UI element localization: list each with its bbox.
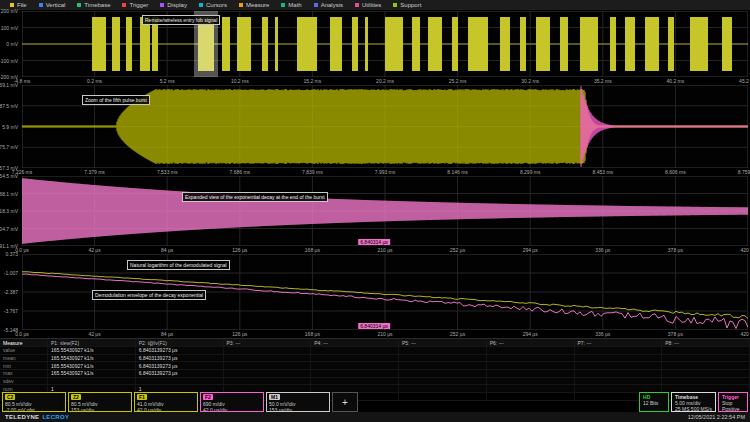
grid-fob-signal: 200 mV100 mV0 mV-100 mV-200 mV Remote/wi… [0,11,750,85]
measure-row-label: max [0,370,48,377]
trace-descriptor-f2[interactable]: F2690 m/div42.0 µs/div [200,392,264,412]
x-axis-label: 210 µs [377,247,392,253]
x-axis-label: 252 µs [450,331,465,337]
measure-value [662,370,750,377]
y-axis-label: 87.5 mV [0,103,18,109]
menu-item-label: Utilities [362,2,381,8]
y-axis-labels: 0.373-1.007-2.387-3.767-5.148 [0,254,20,330]
trace-id: Z2 [71,394,81,400]
y-axis-label: 0.373 [5,251,18,257]
analysis-menu-icon [314,3,318,7]
x-axis-label: 168 µs [305,331,320,337]
measure-value [311,355,399,362]
measure-value [662,355,750,362]
trace-descriptor-f1[interactable]: F141.0 mV/div42.0 µs/div [134,392,198,412]
x-axis-label: 0.2 ms [87,78,102,84]
y-axis-label: -104.7 mV [0,226,18,232]
annotation-callout: Remote/wireless entry fob signal [142,15,220,25]
x-axis-strip: -4.8 ms0.2 ms5.2 ms10.2 ms15.2 ms20.2 ms… [22,77,748,85]
menu-item-cursors[interactable]: Cursors [193,0,233,10]
measure-value [224,355,312,362]
measure-value: 6.8403139273 µs [136,347,224,354]
file-menu-icon [10,3,14,7]
x-axis-label: 8.453 ms [593,169,614,175]
x-axis-label: 0.0 µs [15,331,29,337]
add-trace-button[interactable]: + [332,392,358,412]
y-axis-label: 200 mV [1,8,18,14]
menu-item-measure[interactable]: Measure [233,0,275,10]
x-axis-label: 126 µs [232,247,247,253]
cursor-time-readout: 6.840314 µs [358,239,390,245]
measure-column-header[interactable]: P8: --- [662,339,750,346]
vertical-menu-icon [39,3,43,7]
measure-column-header[interactable]: P4: --- [311,339,399,346]
grid-log-demod: 0.373-1.007-2.387-3.767-5.148 Natural lo… [0,254,750,338]
menu-item-display[interactable]: Display [154,0,193,10]
x-axis-label: 35.2 ms [594,78,612,84]
x-axis-label: 42 µs [88,331,100,337]
x-axis-strip: 0.0 µs42 µs84 µs126 µs168 µs210 µs252 µs… [22,246,748,254]
menu-item-trigger[interactable]: Trigger [116,0,154,10]
plot-area-fob-signal[interactable]: Remote/wireless entry fob signal [22,11,748,77]
datetime: 12/05/2021 2:22:54 PM [688,414,745,420]
waveform-decay [22,176,748,246]
status-box-trigger[interactable]: TriggerStopPositive [718,392,748,412]
measure-column-header[interactable]: P2: t@lv(F1) [136,339,224,346]
x-axis-label: 84 µs [161,247,173,253]
trace-descriptor-z2[interactable]: Z280.5 mV/div153 µs/div [68,392,132,412]
measure-value [575,362,663,369]
plot-area-zoom-burst[interactable]: Zoom of the fifth pulse burst [22,85,748,168]
x-axis-label: 294 µs [523,247,538,253]
grid-zoom-burst: 169.1 mV87.5 mV5.9 mV-75.7 mV-157.3 mV Z… [0,85,750,176]
plot-area-log-demod[interactable]: Natural logarithm of the demodulated sig… [22,254,748,330]
cursors-menu-icon [199,3,203,7]
measure-value: 165.55430927 k1/s [48,370,136,377]
status-box-timebase[interactable]: Timebase5.00 ms/div25 MS 500 MS/s [671,392,716,412]
menu-item-label: Support [400,2,421,8]
status-box-hd[interactable]: HD12 Bits [639,392,669,412]
measure-row-label: value [0,347,48,354]
x-axis-label: 40.2 ms [666,78,684,84]
menu-item-timebase[interactable]: Timebase [71,0,116,10]
trace-descriptor-m1[interactable]: M150.0 mV/div153 µs/div [266,392,330,412]
descriptor-bar: C280.5 mV/div-2.00 mV ofstZ280.5 mV/div1… [0,392,750,412]
measure-column-header[interactable]: P1: slew(F2) [48,339,136,346]
measure-value [487,347,575,354]
x-axis-strip: 7.226 ms7.379 ms7.533 ms7.686 ms7.839 ms… [22,168,748,176]
measure-value [399,370,487,377]
descriptor-boxes-right: HD12 BitsTimebase5.00 ms/div25 MS 500 MS… [639,392,748,412]
menu-item-label: Vertical [46,2,66,8]
x-axis-label: 10.2 ms [231,78,249,84]
y-axis-label: -2.387 [4,289,18,295]
menu-item-math[interactable]: Math [275,0,307,10]
annotation-callout: Natural logarithm of the demodulated sig… [127,260,230,270]
measure-value [311,362,399,369]
x-axis-label: 8.759 ms [738,169,750,175]
menu-item-utilities[interactable]: Utilities [349,0,387,10]
measure-row-label: sdev [0,378,48,385]
measure-value [487,362,575,369]
measure-value: 6.8403139273 µs [136,362,224,369]
trace-descriptor-c2[interactable]: C280.5 mV/div-2.00 mV ofst [2,392,66,412]
measure-column-header[interactable]: P7: --- [575,339,663,346]
x-axis-label: 8.606 ms [665,169,686,175]
menu-item-vertical[interactable]: Vertical [33,0,72,10]
support-menu-icon [393,3,397,7]
trigger-menu-icon [122,3,126,7]
menu-item-label: Cursors [206,2,227,8]
math-menu-icon [281,3,285,7]
brand-logo: TELEDYNELECROY [5,414,69,420]
brand-lecroy: LECROY [42,414,69,420]
annotation-callout: Demodulation envelope of the decay expon… [92,290,206,300]
measure-header-row: MeasureP1: slew(F2)P2: t@lv(F1)P3: ---P4… [0,339,750,347]
measure-column-header[interactable]: P5: --- [399,339,487,346]
menu-item-analysis[interactable]: Analysis [308,0,349,10]
measure-column-header[interactable]: P3: --- [224,339,312,346]
measure-value [399,355,487,362]
plot-area-decay[interactable]: Expanded view of the exponential decay a… [22,176,748,246]
menu-item-label: Timebase [84,2,110,8]
menu-item-support[interactable]: Support [387,0,427,10]
measure-column-header[interactable]: P6: --- [487,339,575,346]
annotation-callout: Zoom of the fifth pulse burst [82,95,150,105]
y-axis-label: -18.3 mV [0,208,18,214]
